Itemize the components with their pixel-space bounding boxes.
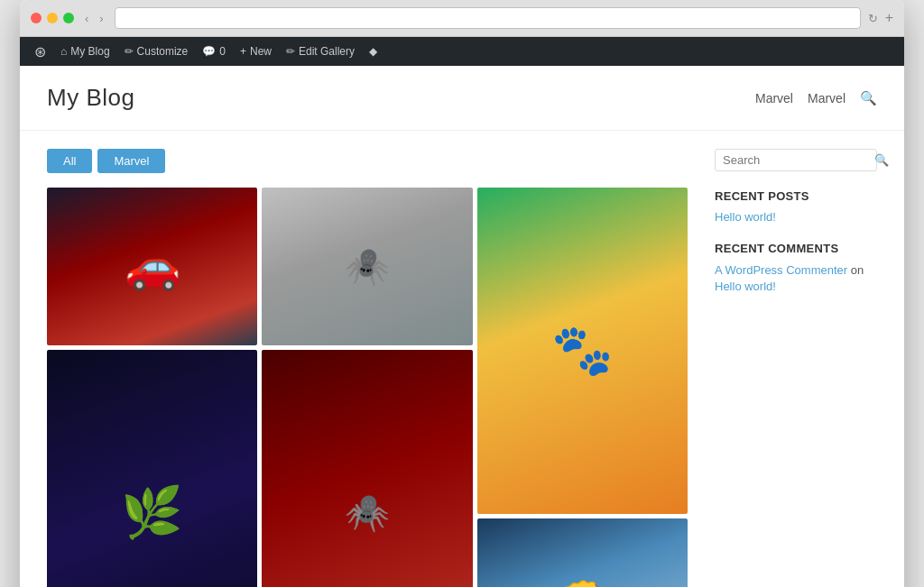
back-button[interactable]: ‹	[81, 10, 92, 27]
wp-admin-bar: ⊛ ⌂ My Blog ✏ Customize 💬 0 + New ✏ Edit…	[20, 37, 904, 66]
traffic-lights	[31, 13, 74, 23]
filter-buttons: All Marvel	[47, 149, 688, 173]
site-title: My Blog	[47, 84, 134, 112]
portfolio-icon: ◆	[369, 45, 377, 58]
gallery-item-3[interactable]: 🐾	[477, 188, 688, 514]
comments-icon: 💬	[202, 45, 216, 58]
add-tab-button[interactable]: +	[885, 10, 893, 26]
recent-posts-title: RECENT POSTS	[715, 189, 877, 203]
search-icon: 🔍	[874, 153, 889, 167]
sidebar: 🔍 RECENT POSTS Hello world! RECENT COMME…	[715, 149, 877, 587]
my-blog-item[interactable]: ⌂ My Blog	[53, 37, 117, 66]
minimize-button[interactable]	[47, 13, 58, 23]
gallery-item-1[interactable]: 🚗	[47, 188, 257, 345]
wp-logo-icon: ⊛	[34, 43, 46, 60]
forward-button[interactable]: ›	[96, 10, 106, 27]
customize-item[interactable]: ✏ Customize	[117, 37, 196, 66]
sidebar-search[interactable]: 🔍	[715, 149, 877, 171]
comments-item[interactable]: 💬 0	[195, 37, 233, 66]
filter-all-button[interactable]: All	[47, 149, 92, 173]
recent-comment-1: A WordPress Commenter on Hello world!	[715, 262, 877, 295]
gallery-grid: 🚗 🕷️ 🐾	[47, 188, 688, 587]
maximize-button[interactable]	[63, 13, 74, 23]
recent-posts-section: RECENT POSTS Hello world!	[715, 189, 877, 224]
search-icon[interactable]: 🔍	[860, 90, 877, 106]
comment-separator: on	[847, 263, 864, 277]
browser-window: ‹ › ↻ + ⊛ ⌂ My Blog ✏ Customize 💬 0 + Ne…	[20, 0, 904, 587]
recent-post-link-1[interactable]: Hello world!	[715, 210, 877, 224]
browser-chrome: ‹ › ↻ +	[20, 0, 904, 37]
site-header: My Blog Marvel Marvel 🔍	[20, 66, 904, 131]
edit-gallery-item[interactable]: ✏ Edit Gallery	[279, 37, 362, 66]
recent-comments-title: RECENT COMMENTS	[715, 242, 877, 255]
nav-link-marvel-1[interactable]: Marvel	[755, 91, 793, 105]
gallery-item-2[interactable]: 🕷️	[262, 188, 472, 345]
commenter-link[interactable]: A WordPress Commenter	[715, 263, 847, 277]
customize-icon: ✏	[125, 45, 134, 58]
refresh-button[interactable]: ↻	[868, 12, 878, 25]
gallery-item-5[interactable]: 🕷️	[262, 350, 472, 587]
site-nav: Marvel Marvel 🔍	[755, 90, 877, 106]
wp-logo-item[interactable]: ⊛	[27, 37, 53, 66]
search-input[interactable]	[723, 153, 874, 167]
my-blog-icon: ⌂	[60, 45, 67, 58]
portfolio-item[interactable]: ◆	[362, 37, 384, 66]
edit-gallery-icon: ✏	[286, 45, 295, 58]
filter-marvel-button[interactable]: Marvel	[97, 149, 165, 173]
edit-gallery-label: Edit Gallery	[299, 45, 355, 58]
address-bar[interactable]	[115, 7, 861, 29]
gallery-section: All Marvel 🚗	[47, 149, 688, 587]
nav-buttons: ‹ ›	[81, 10, 107, 27]
gallery-item-6[interactable]: 👊	[477, 518, 688, 587]
new-item[interactable]: + New	[233, 37, 279, 66]
gallery-item-4[interactable]: 🌿	[47, 350, 257, 587]
recent-comments-section: RECENT COMMENTS A WordPress Commenter on…	[715, 242, 877, 295]
customize-label: Customize	[137, 45, 189, 58]
my-blog-label: My Blog	[70, 45, 109, 58]
page-content: My Blog Marvel Marvel 🔍 All Marvel	[20, 66, 904, 587]
new-label: New	[250, 45, 272, 58]
close-button[interactable]	[31, 13, 42, 23]
nav-link-marvel-2[interactable]: Marvel	[808, 91, 845, 105]
comments-count: 0	[219, 45, 226, 58]
comment-post-link[interactable]: Hello world!	[715, 280, 776, 293]
main-layout: All Marvel 🚗	[20, 131, 904, 587]
new-icon: +	[240, 45, 246, 58]
